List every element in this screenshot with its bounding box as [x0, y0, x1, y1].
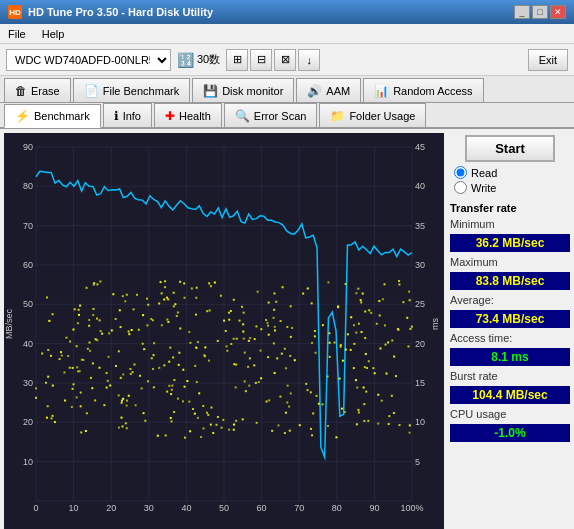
- disk-count: 🔢 30数: [177, 52, 220, 68]
- chart-area: [4, 133, 444, 529]
- toolbar-icons: ⊞ ⊟ ⊠ ↓: [226, 49, 320, 71]
- tab-error-scan[interactable]: 🔍 Error Scan: [224, 103, 318, 127]
- burst-rate-value: 104.4 MB/sec: [450, 386, 570, 404]
- access-time-value: 8.1 ms: [450, 348, 570, 366]
- average-label: Average:: [450, 294, 570, 306]
- menu-bar: File Help: [0, 24, 574, 44]
- tab-aam[interactable]: 🔊 AAM: [296, 78, 361, 102]
- tab-erase[interactable]: 🗑 Erase: [4, 78, 71, 102]
- benchmark-icon: ⚡: [15, 109, 30, 123]
- close-button[interactable]: ✕: [550, 5, 566, 19]
- minimize-button[interactable]: _: [514, 5, 530, 19]
- tab-health[interactable]: ✚ Health: [154, 103, 222, 127]
- write-radio-label[interactable]: Write: [454, 181, 570, 194]
- main-content: Start Read Write Transfer rate Minimum 3…: [0, 129, 574, 529]
- cpu-usage-value: -1.0%: [450, 424, 570, 442]
- average-value: 73.4 MB/sec: [450, 310, 570, 328]
- write-radio[interactable]: [454, 181, 467, 194]
- tab-file-benchmark[interactable]: 📄 File Benchmark: [73, 78, 190, 102]
- burst-rate-label: Burst rate: [450, 370, 570, 382]
- tab-disk-monitor[interactable]: 💾 Disk monitor: [192, 78, 294, 102]
- toolbar-icon-3[interactable]: ⊠: [274, 49, 296, 71]
- tab-folder-usage[interactable]: 📁 Folder Usage: [319, 103, 426, 127]
- drive-select[interactable]: WDC WD740ADFD-00NLR5 (74 GB): [6, 49, 171, 71]
- file-benchmark-icon: 📄: [84, 84, 99, 98]
- tab-benchmark[interactable]: ⚡ Benchmark: [4, 104, 101, 128]
- minimum-label: Minimum: [450, 218, 570, 230]
- title-bar: HD HD Tune Pro 3.50 - Hard Disk Utility …: [0, 0, 574, 24]
- info-icon: ℹ: [114, 109, 119, 123]
- window-title: HD Tune Pro 3.50 - Hard Disk Utility: [28, 6, 213, 18]
- disk-monitor-icon: 💾: [203, 84, 218, 98]
- health-icon: ✚: [165, 109, 175, 123]
- tab-info[interactable]: ℹ Info: [103, 103, 152, 127]
- benchmark-chart: [4, 133, 444, 529]
- maximum-label: Maximum: [450, 256, 570, 268]
- error-scan-icon: 🔍: [235, 109, 250, 123]
- access-time-label: Access time:: [450, 332, 570, 344]
- toolbar-icon-4[interactable]: ↓: [298, 49, 320, 71]
- maximum-value: 83.8 MB/sec: [450, 272, 570, 290]
- toolbar: WDC WD740ADFD-00NLR5 (74 GB) 🔢 30数 ⊞ ⊟ ⊠…: [0, 44, 574, 76]
- transfer-rate-title: Transfer rate: [450, 202, 570, 214]
- toolbar-icon-1[interactable]: ⊞: [226, 49, 248, 71]
- right-panel: Start Read Write Transfer rate Minimum 3…: [446, 129, 574, 529]
- toolbar-icon-2[interactable]: ⊟: [250, 49, 272, 71]
- tab-row-2: ⚡ Benchmark ℹ Info ✚ Health 🔍 Error Scan…: [0, 103, 574, 129]
- folder-usage-icon: 📁: [330, 109, 345, 123]
- menu-file[interactable]: File: [4, 27, 30, 41]
- erase-icon: 🗑: [15, 84, 27, 98]
- tab-random-access[interactable]: 📊 Random Access: [363, 78, 483, 102]
- menu-help[interactable]: Help: [38, 27, 69, 41]
- mode-radio-group: Read Write: [450, 166, 570, 194]
- exit-button[interactable]: Exit: [528, 49, 568, 71]
- read-radio-label[interactable]: Read: [454, 166, 570, 179]
- minimum-value: 36.2 MB/sec: [450, 234, 570, 252]
- random-access-icon: 📊: [374, 84, 389, 98]
- tab-row-1: 🗑 Erase 📄 File Benchmark 💾 Disk monitor …: [0, 76, 574, 103]
- window-controls: _ □ ✕: [514, 5, 566, 19]
- start-button[interactable]: Start: [465, 135, 555, 162]
- app-icon: HD: [8, 5, 22, 19]
- read-radio[interactable]: [454, 166, 467, 179]
- maximize-button[interactable]: □: [532, 5, 548, 19]
- aam-icon: 🔊: [307, 84, 322, 98]
- cpu-usage-label: CPU usage: [450, 408, 570, 420]
